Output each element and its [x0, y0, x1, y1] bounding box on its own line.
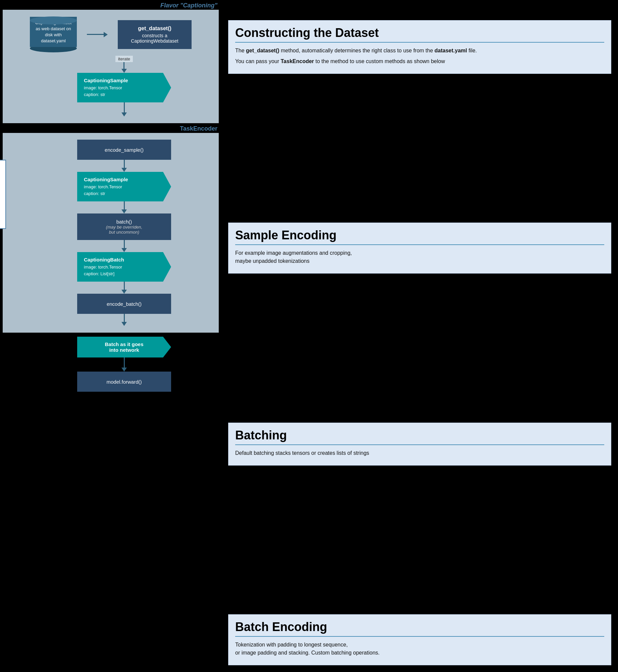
- arrow-v-5: [121, 282, 127, 294]
- flavor-label-text: Flavor "Captioning": [160, 2, 217, 9]
- arrow-head-2: [121, 168, 127, 172]
- encode-sample-label: encode_sample(): [105, 147, 144, 153]
- batch-network-box: Batch as it goes into network: [77, 337, 171, 357]
- arrow-line-3: [124, 201, 125, 209]
- teal-sample-box-2: CaptioningSample image: torch.Tensor cap…: [77, 172, 171, 201]
- dataset-top-row: Captioning dataset as web dataset on dis…: [9, 16, 212, 52]
- arrow-line-2: [124, 160, 125, 168]
- iterate-label-container: iterate: [115, 56, 133, 62]
- arrow-v-6: [121, 314, 127, 326]
- info-batching-title: Batching: [235, 428, 604, 445]
- info-constructing-text1: The get_dataset() method, automatically …: [235, 47, 604, 55]
- info-batch-encoding: Batch Encoding Tokenization with padding…: [228, 614, 611, 665]
- teal-batch-box: CaptioningBatch image: torch.Tensor capt…: [77, 252, 171, 282]
- teal-batch-fields: image: torch.Tensor caption: List[str]: [84, 264, 164, 277]
- cylinder-dataset: Captioning dataset as web dataset on dis…: [30, 16, 77, 52]
- arrow-after-sample2: [121, 201, 127, 213]
- arrow-v-7: [121, 357, 127, 372]
- arrow-v-4: [121, 240, 127, 252]
- encode-batch-box: encode_batch(): [77, 294, 171, 314]
- arrow-head-5: [121, 290, 127, 294]
- info-batching-text1: Default batching stacks tensors or creat…: [235, 449, 604, 457]
- section-bottom: Batch as it goes into network model.forw…: [0, 333, 221, 395]
- info-batch-encoding-title: Batch Encoding: [235, 620, 604, 637]
- model-forward-box: model.forward(): [77, 372, 171, 392]
- info-batch-encoding-text1: Tokenization with padding to longest seq…: [235, 641, 604, 657]
- info-sample-encoding: Sample Encoding For example image augmen…: [228, 223, 611, 274]
- flow-iterate: iterate: [9, 56, 212, 73]
- spacer-1: [228, 77, 611, 223]
- model-forward-label: model.forward(): [106, 379, 142, 385]
- arrow-head-7: [121, 368, 127, 372]
- task-encoder-label-text: TaskEncoder: [0, 124, 221, 132]
- teal-batch-label: CaptioningBatch: [84, 257, 164, 262]
- arrow-v-2: [121, 160, 127, 172]
- cylinder-top: [30, 16, 77, 25]
- arrow-iterate-down: iterate: [115, 56, 133, 73]
- te-label: TaskEncoder: [180, 125, 217, 132]
- arrow-line-7: [124, 357, 125, 368]
- arrow-after-batch: [121, 240, 127, 252]
- arrow-v-to-te: [121, 102, 127, 116]
- info-constructing-text2: You can pass your TaskEncoder to the met…: [235, 57, 604, 65]
- right-panel: Constructing the Dataset The get_dataset…: [221, 0, 618, 672]
- arrow-to-sample1: [121, 62, 127, 73]
- model-forward-container: model.forward(): [77, 372, 171, 392]
- arrow-line-1: [123, 62, 124, 69]
- teal-sample-label-2: CaptioningSample: [84, 177, 164, 182]
- iterate-label: iterate: [115, 56, 133, 62]
- teal-sample-label-1: CaptioningSample: [84, 78, 164, 83]
- arrow-head-6: [121, 322, 127, 326]
- encode-batch-label: encode_batch(): [107, 301, 142, 307]
- batch-label: batch(): [116, 219, 132, 225]
- arrow-head-4: [121, 248, 127, 252]
- captioning-sample-1: CaptioningSample image: torch.Tensor cap…: [77, 73, 171, 102]
- arrow-to-taskencoder: [121, 102, 127, 116]
- arrow-line-4: [124, 240, 125, 248]
- h-arrow-dataset: [87, 32, 108, 37]
- main-container: Flavor "Captioning" Captioning dataset a…: [0, 0, 618, 672]
- arrow-line-6: [124, 314, 125, 322]
- arrow-after-encode-batch: [121, 314, 127, 326]
- info-constructing: Constructing the Dataset The get_dataset…: [228, 20, 611, 74]
- encode-sample-box: encode_sample(): [77, 140, 171, 160]
- arrow-head-1: [121, 69, 127, 73]
- teal-sample-box-1: CaptioningSample image: torch.Tensor cap…: [77, 73, 171, 102]
- batch-network-container: Batch as it goes into network: [77, 337, 171, 357]
- flavor-label: Flavor "Captioning": [0, 0, 221, 9]
- batch-network-text: Batch as it goes into network: [84, 341, 164, 353]
- h-arrow-line: [87, 34, 104, 35]
- arrow-head-3: [121, 209, 127, 213]
- batch-box: batch() (may be overriden, but uncommon): [77, 213, 171, 240]
- captioning-batch-box: CaptioningBatch image: torch.Tensor capt…: [77, 252, 171, 282]
- info-sample-encoding-text1: For example image augmentations and crop…: [235, 249, 604, 265]
- arrow-head-te: [121, 112, 127, 116]
- left-panel: Flavor "Captioning" Captioning dataset a…: [0, 0, 221, 672]
- arrow-line-te: [124, 102, 125, 112]
- info-sample-encoding-title: Sample Encoding: [235, 228, 604, 245]
- customizable-box: Customizable TaskEncoder All methods can…: [0, 160, 6, 229]
- get-dataset-box: get_dataset() constructs a CaptioningWeb…: [118, 20, 192, 49]
- teal-sample-fields-1: image: torch.Tensor caption: str: [84, 85, 164, 98]
- section-taskencoder: Customizable TaskEncoder All methods can…: [3, 133, 219, 333]
- arrow-v-3: [121, 201, 127, 213]
- info-constructing-title: Constructing the Dataset: [235, 26, 604, 43]
- arrow-after-captioning-batch: [121, 282, 127, 294]
- get-dataset-method: get_dataset(): [124, 26, 185, 32]
- h-arrow-head: [104, 32, 108, 37]
- spacer-2: [228, 277, 611, 422]
- info-batching: Batching Default batching stacks tensors…: [228, 423, 611, 466]
- section-dataset: Captioning dataset as web dataset on dis…: [3, 10, 219, 123]
- teal-sample-fields-2: image: torch.Tensor caption: str: [84, 184, 164, 197]
- spacer-3: [228, 469, 611, 614]
- arrow-after-network: [121, 357, 127, 372]
- get-dataset-desc: constructs a CaptioningWebdataset: [124, 33, 185, 44]
- arrow-line-5: [124, 282, 125, 290]
- batch-note: (may be overriden, but uncommon): [106, 225, 142, 235]
- arrow-after-encode-sample: [121, 160, 127, 172]
- captioning-sample-2: CaptioningSample image: torch.Tensor cap…: [77, 172, 171, 201]
